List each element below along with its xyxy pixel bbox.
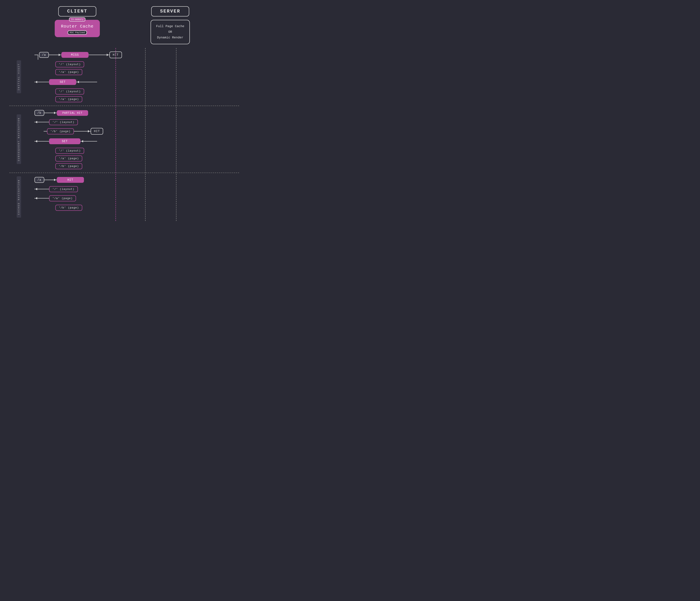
- arrow-3-1: [44, 180, 57, 180]
- set-box-1: SET: [49, 79, 76, 85]
- flow-line-3-2: '/' (layout): [28, 185, 239, 192]
- partial-hit-box: PARTIAL HIT: [57, 110, 88, 116]
- arrowhead-2-2a: [34, 121, 37, 123]
- sub-item-page-3a-c: '/a' (page): [49, 195, 76, 201]
- sub-item-layout-2: '/' (layout): [55, 88, 84, 95]
- arrow-2-3a: [44, 131, 47, 131]
- section-flows-2: /b PARTIAL HIT '/' (layout): [28, 109, 239, 169]
- server-cache-line3: Dynamic Render: [157, 36, 183, 40]
- section-initial-visit: INITIAL VISIT /a MISS HIT: [9, 48, 239, 106]
- arrowhead-left-1: [34, 81, 37, 83]
- arrow-left-1: [34, 82, 49, 82]
- flow-line-2-1: /b PARTIAL HIT: [28, 109, 239, 116]
- arrow-2-4a: [34, 141, 49, 141]
- arrowhead-3-1: [54, 179, 57, 181]
- sub-item-layout-sub: '/' (layout): [49, 119, 78, 125]
- header-row: CLIENT SERVER: [9, 6, 239, 20]
- bracket-vert: [38, 55, 38, 60]
- sub-items-1: '/' (layout) '/a' (page): [55, 61, 84, 75]
- arrowhead-left-2: [76, 81, 79, 83]
- flow-line-3-3: '/a' (page): [28, 195, 239, 202]
- section-label-cached: CACHED NAVIGATION: [17, 176, 21, 218]
- diagram: CLIENT SERVER In-memory Router Cache RSC…: [9, 6, 239, 221]
- section-label-wrap-1: INITIAL VISIT: [9, 51, 28, 102]
- arrow-2-1: [44, 113, 57, 113]
- arrowhead-2-4b: [80, 140, 83, 142]
- sub-items-only: '/b' (page): [55, 205, 82, 211]
- arrowhead-1: [59, 54, 61, 56]
- arrow-3-3a: [34, 198, 49, 199]
- sub-row-2: '/' (layout) '/a' (page): [28, 88, 239, 102]
- sub-item-layout-3: '/' (layout): [55, 148, 84, 154]
- arrowhead-2-1: [54, 112, 57, 114]
- arrow-1: [49, 55, 61, 55]
- sub-spacer-3: [28, 147, 55, 169]
- server-cache-line1: Full Page Cache: [156, 25, 184, 28]
- arrow-left-2: [76, 82, 97, 82]
- flow-line-1-1: /a MISS HIT: [28, 51, 239, 58]
- flow-line-2-2: '/' (layout): [28, 119, 239, 126]
- section-cached: CACHED NAVIGATION /a HIT: [9, 173, 239, 221]
- hit-box-2: HIT: [91, 128, 103, 135]
- bracket-horiz: [34, 55, 38, 55]
- server-cache-line2: OR: [168, 30, 172, 34]
- client-header-area: CLIENT: [39, 6, 116, 17]
- server-header-box: SERVER: [151, 6, 189, 17]
- server-cache-area: Full Page Cache OR Dynamic Render: [149, 20, 191, 44]
- route-badge-b: /b: [34, 110, 44, 116]
- miss-box-1: MISS: [61, 52, 89, 58]
- dashed-vertical-gray-2: [176, 48, 176, 221]
- section-label-wrap-3: CACHED NAVIGATION: [9, 176, 28, 218]
- dashed-vertical-gray-1: [145, 48, 146, 221]
- sub-items-2: '/' (layout) '/a' (page): [55, 88, 84, 102]
- hit-box-3: HIT: [57, 177, 84, 183]
- sub-row-1: '/' (layout) '/a' (page): [28, 60, 239, 75]
- section-label-wrap-2: SUBSEQUENT NAVIGATION: [9, 109, 28, 169]
- server-cache-box: Full Page Cache OR Dynamic Render: [151, 20, 190, 44]
- sub-item-page-3b: '/b' (page): [55, 163, 82, 169]
- main-diagram: INITIAL VISIT /a MISS HIT: [9, 48, 239, 221]
- sub-items-3: '/' (layout) '/a' (page) '/b' (page): [55, 148, 84, 169]
- arrowhead-3-2a: [34, 188, 37, 190]
- in-memory-badge: In-memory: [69, 17, 85, 22]
- arrow-2-2a: [34, 122, 49, 122]
- arrowhead-3-3a: [34, 197, 37, 200]
- arrowhead-2-3b: [88, 130, 91, 132]
- client-header-box: CLIENT: [58, 6, 96, 17]
- section-flows-1: /a MISS HIT '/' (layout) '/a' (pag: [28, 51, 239, 102]
- sub-item-layout-3a: '/' (layout): [49, 186, 78, 192]
- sub-item-layout-1: '/' (layout): [55, 61, 84, 68]
- flow-line-2-3: '/b' (page) HIT: [28, 128, 239, 135]
- server-header-area: SERVER: [149, 6, 191, 17]
- route-badge-a-3: /a: [34, 177, 44, 183]
- arrowhead-2-4a: [34, 140, 37, 142]
- router-cache-box: In-memory Router Cache RSC Payload: [55, 20, 100, 37]
- sub-item-page-b-c: '/b' (page): [55, 205, 82, 211]
- sub-spacer-1: [28, 60, 55, 75]
- set-box-2: SET: [49, 138, 80, 144]
- section-label-subsequent: SUBSEQUENT NAVIGATION: [17, 114, 21, 164]
- sub-item-page-3a: '/a' (page): [55, 155, 82, 161]
- sub-item-page-1a: '/a' (page): [55, 69, 82, 75]
- dashed-vertical-pink: [116, 48, 116, 221]
- router-cache-area: In-memory Router Cache RSC Payload: [39, 20, 116, 37]
- section-flows-3: /a HIT '/' (layout): [28, 176, 239, 218]
- flow-line-1-2: SET: [28, 78, 239, 85]
- sub-only-row: '/b' (page): [28, 204, 239, 211]
- arrowhead-2: [107, 54, 110, 56]
- arrow-2-4b: [80, 141, 97, 141]
- router-cache-title: Router Cache: [61, 24, 94, 29]
- cache-info-row: In-memory Router Cache RSC Payload Full …: [9, 20, 239, 48]
- section-subsequent: SUBSEQUENT NAVIGATION /b PARTIAL HIT: [9, 106, 239, 173]
- sub-spacer-2: [28, 88, 55, 102]
- arrow-2-3b: [74, 131, 91, 131]
- sub-item-page-sub-b: '/b' (page): [47, 128, 74, 134]
- flow-line-2-4: SET: [28, 138, 239, 145]
- route-badge-a-1: /a: [39, 52, 49, 58]
- arrow-2: [89, 55, 109, 55]
- arrow-3-2a: [34, 189, 49, 189]
- section-label-initial: INITIAL VISIT: [17, 60, 21, 93]
- rsc-badge: RSC Payload: [68, 30, 87, 35]
- sub-row-3: '/' (layout) '/a' (page) '/b' (page): [28, 147, 239, 169]
- sub-item-page-2a: '/a' (page): [55, 96, 82, 102]
